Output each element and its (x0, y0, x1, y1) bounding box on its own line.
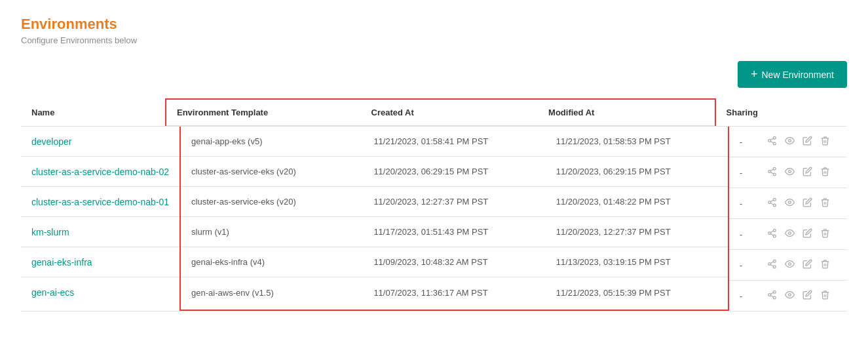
eye-icon[interactable] (785, 197, 795, 209)
svg-point-14 (773, 204, 776, 207)
svg-point-25 (768, 263, 771, 266)
sharing-value: - (740, 137, 759, 147)
svg-point-8 (773, 173, 776, 176)
eye-icon[interactable] (785, 259, 795, 271)
edit-icon[interactable] (802, 136, 812, 148)
sharing-value: - (740, 260, 759, 270)
edit-icon[interactable] (802, 290, 812, 302)
bordered-columns: genai-app-eks (v5)11/21/2023, 01:58:41 P… (179, 127, 729, 311)
svg-point-19 (768, 232, 771, 235)
share-icon[interactable] (767, 136, 777, 148)
env-name-link[interactable]: genai-eks-infra (31, 257, 92, 268)
table-row: genai-app-eks (v5)11/21/2023, 01:58:41 P… (181, 127, 728, 157)
sharing-value: - (740, 168, 759, 178)
table-row: slurm (v1)11/17/2023, 01:51:43 PM PST11/… (181, 217, 728, 247)
sharing-value: - (740, 199, 759, 209)
col-header-sharing: Sharing (716, 98, 768, 127)
eye-icon[interactable] (785, 136, 795, 148)
env-name-link[interactable]: developer (31, 136, 72, 147)
table-row: - (729, 188, 847, 219)
share-icon[interactable] (767, 167, 777, 178)
svg-point-7 (768, 171, 771, 173)
svg-point-32 (773, 296, 776, 299)
share-icon[interactable] (767, 290, 777, 302)
plus-icon: + (751, 68, 758, 81)
svg-point-11 (789, 171, 791, 173)
table-row: - (729, 157, 847, 188)
eye-icon[interactable] (785, 167, 795, 178)
svg-line-34 (770, 292, 773, 294)
eye-icon[interactable] (785, 290, 795, 302)
svg-point-12 (773, 198, 776, 201)
svg-point-5 (789, 140, 791, 142)
svg-point-2 (773, 142, 776, 145)
svg-line-27 (770, 264, 773, 266)
edit-icon[interactable] (802, 167, 812, 178)
col-header-modified: Modified At (538, 99, 715, 126)
table-row: - (729, 250, 847, 281)
table-row: gen-ai-ecs (21, 277, 179, 308)
delete-icon[interactable] (820, 259, 830, 271)
svg-line-28 (770, 262, 773, 263)
table-row: genai-eks-infra (21, 247, 179, 277)
edit-icon[interactable] (802, 228, 812, 240)
svg-line-22 (770, 231, 773, 232)
table-row: km-slurm (21, 217, 179, 247)
svg-line-9 (770, 172, 773, 173)
table-row: - (729, 281, 847, 311)
delete-icon[interactable] (820, 228, 830, 240)
svg-point-24 (773, 260, 776, 262)
sharing-value: - (740, 230, 759, 239)
delete-icon[interactable] (820, 136, 830, 148)
delete-icon[interactable] (820, 197, 830, 209)
environments-table: Name Environment Template Created At Mod… (21, 98, 847, 127)
svg-line-15 (770, 203, 773, 204)
delete-icon[interactable] (820, 167, 830, 178)
col-header-name: Name (21, 98, 165, 127)
table-row: gen-ai-aws-env (v1.5)11/07/2023, 11:36:1… (181, 277, 728, 308)
delete-icon[interactable] (820, 290, 830, 302)
svg-point-30 (773, 291, 776, 293)
svg-line-16 (770, 200, 773, 201)
svg-line-10 (770, 169, 773, 171)
col-header-template: Environment Template (166, 99, 361, 126)
svg-point-0 (773, 136, 776, 139)
svg-line-4 (770, 138, 773, 140)
svg-point-6 (773, 167, 776, 170)
eye-icon[interactable] (785, 228, 795, 240)
share-icon[interactable] (767, 197, 777, 209)
svg-point-18 (773, 229, 776, 231)
env-name-link[interactable]: cluster-as-a-service-demo-nab-01 (31, 197, 169, 207)
svg-point-26 (773, 266, 776, 268)
svg-point-1 (768, 140, 771, 142)
name-column: developercluster-as-a-service-demo-nab-0… (21, 127, 179, 311)
env-name-link[interactable]: cluster-as-a-service-demo-nab-02 (31, 167, 169, 177)
svg-point-29 (789, 263, 791, 266)
sharing-value: - (740, 291, 759, 301)
table-row: cluster-as-service-eks (v20)11/20/2023, … (181, 157, 728, 187)
svg-line-3 (770, 141, 773, 142)
svg-point-17 (789, 201, 791, 204)
edit-icon[interactable] (802, 197, 812, 209)
share-icon[interactable] (767, 259, 777, 271)
svg-point-31 (768, 294, 771, 296)
table-row: cluster-as-service-eks (v20)11/20/2023, … (181, 187, 728, 217)
sharing-actions-column: ------ (729, 127, 847, 311)
col-header-created: Created At (361, 99, 538, 126)
svg-line-33 (770, 295, 773, 296)
table-row: - (729, 219, 847, 250)
new-environment-button[interactable]: + New Environment (738, 61, 847, 88)
table-row: cluster-as-a-service-demo-nab-01 (21, 187, 179, 217)
page-subtitle: Configure Environments below (21, 35, 847, 45)
edit-icon[interactable] (802, 259, 812, 271)
svg-point-13 (768, 201, 771, 204)
env-name-link[interactable]: km-slurm (31, 227, 69, 237)
share-icon[interactable] (767, 228, 777, 240)
table-row: - (729, 127, 847, 157)
table-row: genai-eks-infra (v4)11/09/2023, 10:48:32… (181, 247, 728, 277)
col-header-actions (768, 98, 847, 127)
new-env-label: New Environment (762, 70, 835, 80)
page-title: Environments (21, 16, 847, 33)
table-row: cluster-as-a-service-demo-nab-02 (21, 157, 179, 187)
env-name-link[interactable]: gen-ai-ecs (31, 287, 74, 298)
